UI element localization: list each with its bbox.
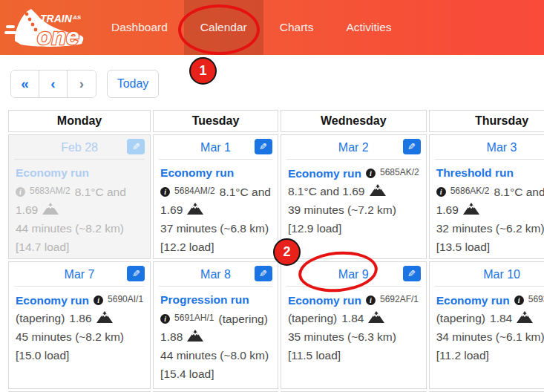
workout-code: 5686AK/2 — [450, 186, 490, 196]
workout-code: 5692AF/1 — [380, 294, 419, 304]
next-button[interactable]: › — [68, 71, 96, 97]
nav-item-calendar[interactable]: Calendar — [184, 0, 263, 55]
workout-text: [15.4 load] — [160, 368, 214, 380]
cell-date-link[interactable]: Mar 8 — [200, 268, 231, 281]
workout-text: 1.88 — [160, 330, 183, 343]
calendar-cell[interactable]: Mar 8✎Progression runi5691AH/1(tapering)… — [153, 261, 278, 389]
workout-link[interactable]: Economy run — [16, 166, 89, 179]
info-icon[interactable]: i — [160, 314, 170, 324]
day-header: Tuesday — [153, 110, 278, 132]
edit-day-button[interactable]: ✎ — [255, 266, 272, 281]
cell-date-link[interactable]: Mar 3 — [487, 141, 517, 154]
workout-text: 34 minutes (~6.1 km) — [436, 330, 544, 343]
previous-button[interactable]: ‹ — [39, 71, 68, 97]
cell-date-link[interactable]: Mar 9 — [338, 268, 369, 281]
workout-text: 8.1°C and — [220, 186, 271, 198]
pencil-icon: ✎ — [132, 140, 140, 154]
workout-text: 32 minutes (~6.2 km) — [436, 222, 544, 235]
workout-code: 5683AM/2 — [30, 186, 71, 196]
nav-item-dashboard[interactable]: Dashboard — [95, 0, 184, 55]
workout-text: [12.2 load] — [160, 241, 214, 253]
workout-link[interactable]: Economy run — [436, 294, 510, 307]
calendar-cell[interactable]: Mar 2✎Economy runi5685AK/28.1°C and 1.69… — [281, 134, 427, 259]
workout-text: 1.69 — [436, 203, 459, 216]
workout-text: [12.9 load] — [288, 222, 341, 235]
info-icon[interactable]: i — [16, 187, 25, 197]
workout-link[interactable]: Economy run — [16, 294, 89, 307]
workout-code: 5684AM/2 — [174, 186, 215, 196]
calendar-toolbar: « ‹ › Today — [10, 70, 544, 98]
today-button[interactable]: Today — [107, 70, 159, 98]
day-header: Monday — [8, 110, 151, 132]
calendar-cell[interactable]: Mar 7✎Economy runi5690AI/1(tapering)1.86… — [8, 261, 151, 389]
workout-link[interactable]: Economy run — [288, 294, 361, 307]
cell-date-link[interactable]: Mar 1 — [200, 141, 231, 154]
edit-day-button[interactable]: ✎ — [403, 266, 421, 281]
cell-date-link[interactable]: Mar 2 — [338, 141, 369, 154]
workout-text: (tapering) — [436, 312, 485, 324]
fast-backward-button[interactable]: « — [11, 71, 39, 97]
workout-text: (tapering) — [218, 313, 267, 325]
day-header: Thursday — [429, 110, 544, 132]
annotation-badge-1: 1 — [189, 57, 217, 85]
page: TRAIN AS one DashboardCalendarChartsActi… — [0, 0, 544, 392]
workout-text: (tapering) — [288, 312, 337, 324]
edit-day-button[interactable]: ✎ — [127, 139, 145, 154]
info-icon[interactable]: i — [366, 169, 376, 178]
logo-one-text: one — [37, 23, 79, 50]
cell-date-link[interactable]: Mar 10 — [483, 268, 520, 281]
pencil-icon: ✎ — [259, 267, 267, 281]
climb-mountain-icon — [368, 311, 384, 324]
climb-mountain-icon — [96, 311, 113, 324]
workout-text: 1.69 — [16, 203, 38, 216]
workout-text: [14.7 load] — [16, 241, 69, 253]
workout-text: 1.69 — [160, 203, 183, 216]
workout-text: (tapering) — [16, 312, 65, 324]
calendar-cell[interactable]: Feb 28✎Economy runi5683AM/28.1°C and1.69… — [8, 134, 151, 259]
climb-mountain-icon — [187, 203, 203, 215]
calendar-cell[interactable]: Mar 10✎Economy runi5693AE/1(tapering)1.8… — [429, 261, 544, 389]
workout-text: 45 minutes (~8.2 km) — [16, 330, 124, 343]
workout-link[interactable]: Threshold run — [436, 166, 514, 179]
workout-link[interactable]: Economy run — [160, 166, 234, 179]
workout-text: [11.2 load] — [436, 349, 489, 362]
nav-item-charts[interactable]: Charts — [263, 0, 330, 55]
edit-day-button[interactable]: ✎ — [403, 139, 421, 154]
calendar-cell[interactable]: Mar 1✎Economy runi5684AM/28.1°C and1.693… — [153, 134, 278, 259]
app-logo[interactable]: TRAIN AS one — [0, 0, 95, 55]
workout-text: 44 minutes (~8.2 km) — [16, 222, 124, 235]
workout-text: [13.5 load] — [436, 241, 490, 253]
logo-as-text: AS — [72, 14, 82, 21]
day-header: Wednesday — [281, 110, 427, 132]
edit-day-button[interactable]: ✎ — [127, 266, 145, 281]
info-icon[interactable]: i — [366, 295, 376, 305]
climb-mountain-icon — [463, 203, 479, 215]
info-icon[interactable]: i — [94, 295, 103, 305]
info-icon[interactable]: i — [436, 187, 446, 197]
annotation-badge-2: 2 — [273, 238, 301, 266]
workout-text: 37 minutes (~6.8 km) — [160, 222, 269, 235]
workout-text: 1.84 — [341, 312, 364, 324]
workout-text: [11.5 load] — [288, 349, 341, 362]
workout-text: 8.1°C and 1.69 — [288, 185, 365, 197]
workout-text: 35 minutes (~6.3 km) — [288, 330, 396, 343]
workout-link[interactable]: Economy run — [288, 167, 361, 180]
workout-text: [15.0 load] — [16, 349, 69, 362]
workout-text: 44 minutes (~8.0 km) — [160, 349, 269, 362]
calendar-cell[interactable]: Mar 9✎Economy runi5692AF/1(tapering)1.84… — [281, 261, 427, 389]
workout-text: 1.86 — [69, 312, 91, 324]
climb-mountain-icon — [187, 330, 203, 342]
workout-code: 5690AI/1 — [108, 294, 143, 304]
nav-item-activities[interactable]: Activities — [330, 0, 407, 55]
workout-text: 39 minutes (~7.2 km) — [288, 203, 396, 216]
workout-text: 8.1°C and — [494, 186, 544, 198]
info-icon[interactable]: i — [160, 187, 170, 197]
edit-day-button[interactable]: ✎ — [255, 139, 272, 154]
pencil-icon: ✎ — [132, 267, 140, 281]
calendar-cell[interactable]: Mar 3✎Threshold runi5686AK/28.1°C and1.6… — [429, 134, 544, 259]
cell-date-link[interactable]: Feb 28 — [61, 141, 98, 154]
cell-date-link[interactable]: Mar 7 — [65, 268, 95, 281]
workout-link[interactable]: Progression run — [160, 293, 249, 306]
paging-button-group: « ‹ › — [10, 70, 96, 98]
info-icon[interactable]: i — [514, 295, 524, 305]
